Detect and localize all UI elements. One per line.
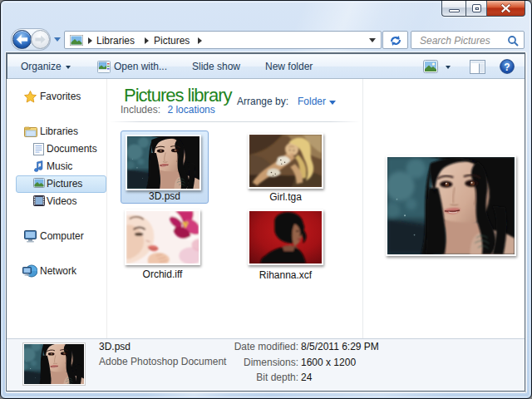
svg-text:?: ? bbox=[504, 62, 510, 73]
